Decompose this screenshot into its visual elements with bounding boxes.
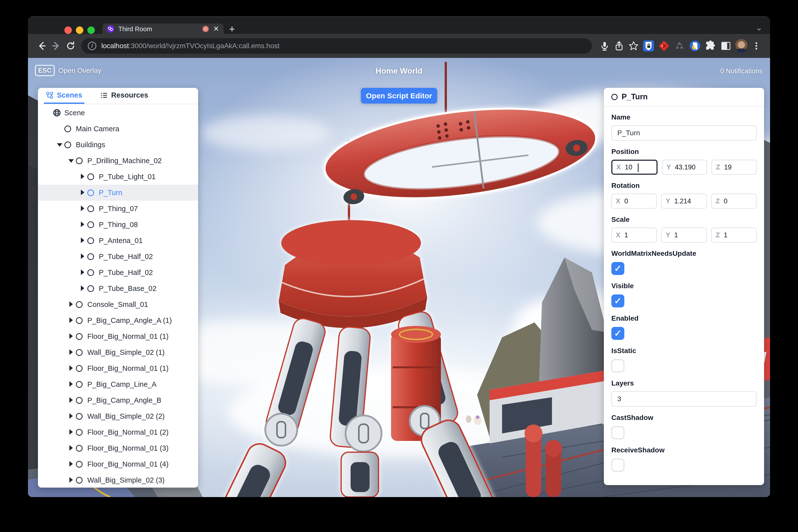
scale-z-field[interactable]: Z <box>711 228 757 243</box>
browser-tab[interactable]: Third Room ✕ <box>102 23 224 34</box>
position-x-field[interactable]: X <box>611 160 658 175</box>
tab-resources[interactable]: Resources <box>98 88 150 104</box>
position-row: X Y Z <box>611 160 757 175</box>
enabled-checkbox[interactable]: ✓ <box>611 327 624 340</box>
position-y-field[interactable]: Y <box>662 160 707 175</box>
new-tab-button[interactable]: + <box>229 23 235 35</box>
tree-item-label: Floor_Big_Normal_01 (1) <box>87 332 169 341</box>
url-host: localhost <box>101 42 129 50</box>
tree-item-p-thing-07[interactable]: P_Thing_07 <box>38 201 198 216</box>
tree-item-floor-big-normal-01-1[interactable]: Floor_Big_Normal_01 (1) <box>38 360 198 376</box>
window-minimize-button[interactable] <box>76 26 83 34</box>
extension-recycle-icon[interactable] <box>672 38 687 54</box>
window-zoom-button[interactable] <box>87 26 95 34</box>
tree-item-wall-big-simple-02-3[interactable]: Wall_Big_Simple_02 (3) <box>38 472 198 488</box>
scale-y-input[interactable] <box>674 231 702 239</box>
tree-item-floor-big-normal-01-4[interactable]: Floor_Big_Normal_01 (4) <box>38 456 198 472</box>
extension-moon-icon[interactable] <box>687 38 703 54</box>
tab-recording-icon <box>202 26 209 32</box>
tree-item-p-antena-01[interactable]: P_Antena_01 <box>38 232 198 249</box>
tree-item-floor-big-normal-01-2[interactable]: Floor_Big_Normal_01 (2) <box>38 424 198 440</box>
browser-menu-icon[interactable] <box>749 39 764 53</box>
bookmark-star-icon[interactable] <box>626 39 641 53</box>
entity-circle-icon <box>76 157 87 164</box>
tree-item-p-thing-08[interactable]: P_Thing_08 <box>38 216 198 232</box>
visible-checkbox[interactable]: ✓ <box>611 294 624 307</box>
receiveshadow-checkbox[interactable]: ✓ <box>611 459 624 472</box>
tree-item-p-big-camp-line-a[interactable]: P_Big_Camp_Line_A <box>38 376 198 392</box>
tree-item-label: P_Thing_07 <box>99 205 138 213</box>
tree-item-label: Floor_Big_Normal_01 (2) <box>87 428 169 436</box>
tree-item-wall-big-simple-02-1[interactable]: Wall_Big_Simple_02 (1) <box>38 344 198 360</box>
position-z-field[interactable]: Z <box>711 160 757 175</box>
scale-x-field[interactable]: X <box>611 228 657 243</box>
entity-circle-icon <box>76 333 87 340</box>
extensions-puzzle-icon[interactable] <box>703 38 718 54</box>
tree-item-p-tube-half-02[interactable]: P_Tube_Half_02 <box>38 249 198 265</box>
isstatic-checkbox[interactable]: ✓ <box>611 359 624 372</box>
tree-item-buildings[interactable]: Buildings <box>38 137 198 153</box>
back-button[interactable] <box>34 39 49 53</box>
position-z-input[interactable] <box>724 164 752 171</box>
url-bar[interactable]: i localhost:3000/world/!vjrzmTVOcyIsLgaA… <box>81 38 592 54</box>
tree-item-p-turn[interactable]: P_Turn <box>38 185 198 201</box>
castshadow-checkbox[interactable]: ✓ <box>611 426 624 439</box>
extension-bitwarden-icon[interactable] <box>641 38 656 54</box>
window-close-button[interactable] <box>64 26 72 34</box>
sidebar-toggle-icon[interactable] <box>718 38 734 54</box>
rotation-x-field[interactable]: X <box>611 194 657 209</box>
rotation-y-input[interactable] <box>674 197 702 205</box>
tab-label: Resources <box>111 91 148 99</box>
entity-circle-icon <box>76 429 87 436</box>
scale-x-input[interactable] <box>624 231 652 239</box>
tree-item-console-small-01[interactable]: Console_Small_01 <box>38 297 198 312</box>
tree-item-label: Scene <box>64 109 85 117</box>
tree-item-p-drilling-machine-02[interactable]: P_Drilling_Machine_02 <box>38 153 198 169</box>
tree-item-wall-big-simple-02-2[interactable]: Wall_Big_Simple_02 (2) <box>38 408 198 424</box>
name-label: Name <box>611 113 757 121</box>
scale-z-input[interactable] <box>724 231 752 239</box>
extension-red-icon[interactable] <box>656 38 672 54</box>
position-x-input[interactable] <box>625 164 652 171</box>
rotation-x-input[interactable] <box>624 197 652 205</box>
check-icon: ✓ <box>614 329 622 338</box>
rotation-z-input[interactable] <box>724 197 752 205</box>
entity-circle-icon <box>76 365 87 372</box>
tab-search-chevron-icon[interactable]: ⌄ <box>756 22 763 33</box>
entity-circle-icon <box>64 141 76 148</box>
properties-entity-name: P_Turn <box>622 92 648 101</box>
tree-item-scene[interactable]: Scene <box>38 105 198 121</box>
tree-item-floor-big-normal-01-3[interactable]: Floor_Big_Normal_01 (3) <box>38 440 198 456</box>
world-3d-viewport[interactable]: ESC Open Overlay Home World 0 Notificati… <box>28 58 770 497</box>
site-info-icon[interactable]: i <box>88 42 96 50</box>
axis-y-label: Y <box>666 197 670 205</box>
tree-item-main-camera[interactable]: Main Camera <box>38 121 198 137</box>
rotation-y-field[interactable]: Y <box>661 194 707 209</box>
tree-item-label: Floor_Big_Normal_01 (4) <box>87 460 169 468</box>
tree-item-p-big-camp-angle-a-1[interactable]: P_Big_Camp_Angle_A (1) <box>38 312 198 328</box>
tree-item-p-tube-light-01[interactable]: P_Tube_Light_01 <box>38 169 198 185</box>
tree-item-p-tube-half-02[interactable]: P_Tube_Half_02 <box>38 265 198 281</box>
tree-item-floor-big-normal-01-1[interactable]: Floor_Big_Normal_01 (1) <box>38 328 198 344</box>
receiveshadow-label: ReceiveShadow <box>611 446 757 454</box>
profile-avatar[interactable] <box>734 38 749 54</box>
position-y-input[interactable] <box>675 164 703 171</box>
forward-button[interactable] <box>49 39 63 53</box>
hierarchy-panel-tabs: ScenesResources <box>38 88 198 104</box>
rotation-row: X Y Z <box>611 194 757 209</box>
reload-button[interactable] <box>63 39 78 53</box>
share-icon[interactable] <box>612 39 626 53</box>
microphone-icon[interactable] <box>597 39 612 53</box>
scale-y-field[interactable]: Y <box>661 228 707 243</box>
axis-z-label: Z <box>716 231 720 239</box>
tree-item-p-tube-base-02[interactable]: P_Tube_Base_02 <box>38 281 198 297</box>
worldmatrixneedsupdate-checkbox[interactable]: ✓ <box>611 262 624 275</box>
notifications-status[interactable]: 0 Notifications <box>720 68 763 75</box>
open-script-editor-button[interactable]: Open Script Editor <box>361 88 437 103</box>
tab-scenes[interactable]: Scenes <box>44 88 84 104</box>
name-input[interactable] <box>611 125 757 141</box>
rotation-z-field[interactable]: Z <box>711 194 757 209</box>
tab-close-icon[interactable]: ✕ <box>213 25 219 33</box>
tree-item-p-big-camp-angle-b[interactable]: P_Big_Camp_Angle_B <box>38 392 198 408</box>
layers-input[interactable] <box>611 391 757 407</box>
